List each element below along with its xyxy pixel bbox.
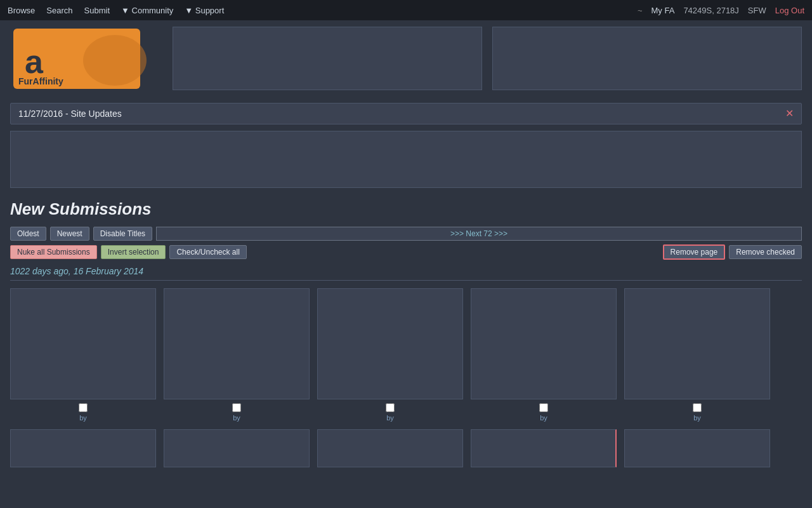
nav-community[interactable]: ▼ Community xyxy=(121,6,173,15)
thumb-image[interactable] xyxy=(164,429,310,467)
toolbar-row2: Nuke all Submissions Invert selection Ch… xyxy=(10,244,802,260)
nav-submit[interactable]: Submit xyxy=(84,6,110,15)
thumb-item xyxy=(471,429,617,467)
thumb-item: by xyxy=(317,288,463,422)
nav-tilde: ~ xyxy=(638,6,643,15)
newest-button[interactable]: Newest xyxy=(50,227,89,241)
header-ad-2 xyxy=(492,27,802,90)
site-updates-close[interactable]: ✕ xyxy=(785,109,794,119)
next-page-button[interactable]: >>> Next 72 >>> xyxy=(156,227,802,241)
nav-browse[interactable]: Browse xyxy=(8,6,35,15)
header-area: a FurAffinity xyxy=(0,20,812,97)
navbar: Browse Search Submit ▼ Community ▼ Suppo… xyxy=(0,0,812,20)
thumb-by: by xyxy=(233,414,240,422)
thumb-item xyxy=(10,429,156,467)
remove-page-button[interactable]: Remove page xyxy=(663,244,726,260)
nav-stats: 74249S, 2718J xyxy=(683,6,738,15)
check-uncheck-button[interactable]: Check/Uncheck all xyxy=(169,245,246,259)
thumb-image[interactable] xyxy=(10,288,156,399)
thumb-item xyxy=(317,429,463,467)
date-header: 1022 days ago, 16 February 2014 xyxy=(10,266,802,281)
thumb-item: by xyxy=(164,288,310,422)
content-ad xyxy=(10,131,802,188)
thumb-item: by xyxy=(10,288,156,422)
thumb-checkbox[interactable] xyxy=(539,403,548,412)
thumbnails-grid-2 xyxy=(10,429,802,467)
nuke-submissions-button[interactable]: Nuke all Submissions xyxy=(10,245,97,259)
thumb-by: by xyxy=(693,414,701,422)
remove-checked-button[interactable]: Remove checked xyxy=(729,245,802,259)
thumb-checkbox[interactable] xyxy=(232,403,241,412)
svg-text:a: a xyxy=(25,43,44,80)
thumb-checkbox[interactable] xyxy=(693,403,702,412)
svg-text:FurAffinity: FurAffinity xyxy=(18,76,63,86)
nav-support[interactable]: ▼ Support xyxy=(185,6,224,15)
nav-logout[interactable]: Log Out xyxy=(775,6,804,15)
thumb-item xyxy=(624,429,770,467)
thumb-image[interactable] xyxy=(471,429,617,467)
thumb-image[interactable] xyxy=(471,288,617,399)
thumb-item: by xyxy=(624,288,770,422)
thumb-by: by xyxy=(540,414,547,422)
thumb-by: by xyxy=(79,414,87,422)
svg-point-2 xyxy=(83,35,147,86)
thumbnails-grid: by by by by by xyxy=(10,288,802,422)
main-content: New Submissions Oldest Newest Disable Ti… xyxy=(0,193,812,474)
nav-search[interactable]: Search xyxy=(46,6,72,15)
thumb-item xyxy=(164,429,310,467)
invert-selection-button[interactable]: Invert selection xyxy=(101,245,166,259)
header-ad-1 xyxy=(173,27,482,90)
thumb-by: by xyxy=(386,414,394,422)
thumb-checkbox[interactable] xyxy=(386,403,395,412)
site-updates-banner: 11/27/2016 - Site Updates ✕ xyxy=(10,103,802,124)
logo-area: a FurAffinity xyxy=(10,27,162,90)
site-updates-title: 11/27/2016 - Site Updates xyxy=(18,109,122,119)
thumb-image[interactable] xyxy=(164,288,310,399)
thumb-image[interactable] xyxy=(317,288,463,399)
oldest-button[interactable]: Oldest xyxy=(10,227,46,241)
thumb-checkbox[interactable] xyxy=(79,403,88,412)
thumb-image[interactable] xyxy=(10,429,156,467)
thumb-image[interactable] xyxy=(624,288,770,399)
thumb-image[interactable] xyxy=(317,429,463,467)
thumb-item: by xyxy=(471,288,617,422)
nav-myfa[interactable]: My FA xyxy=(652,6,675,15)
toolbar-row1: Oldest Newest Disable Titles >>> Next 72… xyxy=(10,227,802,241)
section-title: New Submissions xyxy=(10,199,802,219)
thumb-image[interactable] xyxy=(624,429,770,467)
disable-titles-button[interactable]: Disable Titles xyxy=(93,227,152,241)
nav-sfw[interactable]: SFW xyxy=(748,6,766,15)
